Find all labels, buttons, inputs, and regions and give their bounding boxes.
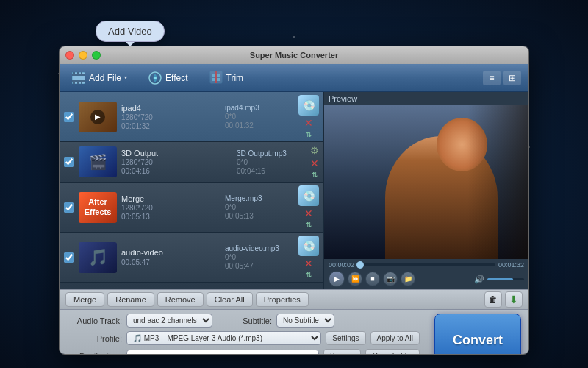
svg-rect-14 [212, 78, 215, 81]
move-icon-2[interactable]: ⇅ [312, 171, 318, 179]
file-output-4: audio-video.mp3 0*0 00:05:47 [225, 244, 291, 270]
preview-panel: Preview 00:00:02 00:01:32 [324, 92, 528, 289]
file-info-2: 3D Output 1280*720 00:04:16 [121, 149, 232, 175]
trim-label: Trim [226, 73, 244, 83]
open-folder-button[interactable]: Open Folder [365, 349, 420, 355]
profile-select[interactable]: 🎵 MP3 – MPEG Layer-3 Audio (*.mp3) [126, 331, 321, 345]
file-item-2[interactable]: 🎬 3D Output 1280*720 00:04:16 3D Output.… [60, 142, 323, 183]
subtitle-label: Subtitle: [217, 316, 272, 325]
convert-icon-1: 💿 [298, 95, 319, 116]
file-time-1: 00:01:32 [121, 122, 220, 130]
file-checkbox-4[interactable] [64, 252, 74, 263]
content-area: ▶ ipad4 1280*720 00:01:32 ipad4.mp3 0*0 … [60, 92, 528, 289]
remove-icon-2[interactable]: ✕ [310, 158, 319, 169]
destination-input[interactable] [126, 350, 319, 355]
effect-icon [148, 71, 162, 85]
svg-rect-12 [212, 74, 215, 77]
audio-track-label: Audio Track: [67, 316, 122, 325]
apply-to-all-button[interactable]: Apply to All [370, 331, 420, 345]
playback-controls: ▶ ⏩ ■ 📷 📁 🔊 [329, 271, 524, 287]
settings-icon-2[interactable]: ⚙ [310, 145, 319, 156]
file-item-4[interactable]: 🎵 audio-video 00:05:47 audio-video.mp3 0… [60, 233, 323, 283]
settings-form: Audio Track: und aac 2 channels Subtitle… [67, 314, 420, 355]
file-res-1: 1280*720 [121, 113, 220, 121]
file-checkbox-2[interactable] [64, 157, 74, 167]
film-icon [71, 71, 86, 85]
file-info-3: Merge 1280*720 00:05:13 [121, 194, 220, 221]
remove-icon-3[interactable]: ✕ [304, 208, 313, 219]
svg-point-10 [154, 77, 157, 79]
grid-view-button[interactable]: ⊞ [503, 71, 521, 85]
destination-label: Destination: [67, 352, 122, 355]
move-icon-1[interactable]: ⇅ [306, 130, 312, 138]
maximize-button[interactable] [92, 51, 101, 60]
3d-icon: 🎬 [89, 153, 107, 171]
progress-thumb [356, 261, 364, 269]
main-toolbar: Add File ▾ Effect [60, 64, 528, 92]
file-thumbnail-3: After Effects [79, 192, 117, 223]
file-thumbnail-1: ▶ [79, 102, 117, 132]
snapshot-button[interactable]: 📷 [383, 272, 398, 286]
remove-icon-4[interactable]: ✕ [304, 258, 313, 269]
clear-all-button[interactable]: Clear All [207, 292, 253, 307]
svg-rect-7 [77, 82, 79, 84]
svg-rect-15 [217, 78, 220, 81]
play-button[interactable]: ▶ [329, 271, 345, 287]
subtitle-select[interactable]: No Subtitle [276, 314, 334, 328]
preview-label: Preview [324, 92, 528, 105]
settings-main: Audio Track: und aac 2 channels Subtitle… [67, 314, 521, 355]
convert-icon-3: 💿 [298, 185, 319, 206]
settings-button[interactable]: Settings [326, 331, 365, 345]
download-icon-button[interactable]: ⬇ [505, 291, 523, 308]
progress-bar-container: 00:00:02 00:01:32 [329, 261, 524, 269]
volume-track[interactable] [487, 278, 524, 280]
audio-track-select[interactable]: und aac 2 channels [126, 314, 212, 328]
trim-icon [209, 71, 223, 85]
list-view-button[interactable]: ≡ [483, 71, 501, 85]
convert-icon-4: 💿 [298, 236, 319, 256]
dropdown-arrow-icon: ▾ [124, 74, 127, 81]
browse-button[interactable]: Browse [323, 349, 361, 355]
file-checkbox-3[interactable] [64, 202, 74, 213]
merge-button[interactable]: Merge [65, 292, 104, 307]
close-button[interactable] [65, 51, 74, 60]
step-forward-button[interactable]: ⏩ [348, 272, 362, 286]
file-thumbnail-4: 🎵 [79, 242, 117, 273]
delete-icon-button[interactable]: 🗑 [484, 291, 502, 308]
move-icon-3[interactable]: ⇅ [306, 221, 312, 229]
profile-row: Profile: 🎵 MP3 – MPEG Layer-3 Audio (*.m… [67, 331, 420, 345]
folder-button[interactable]: 📁 [401, 272, 415, 286]
add-file-button[interactable]: Add File ▾ [67, 68, 132, 88]
file-info-1: ipad4 1280*720 00:01:32 [121, 104, 220, 130]
convert-button[interactable]: Convert [434, 314, 521, 355]
preview-video-inner [324, 105, 528, 259]
play-icon: ▶ [90, 110, 105, 124]
effect-button[interactable]: Effect [143, 68, 192, 88]
stop-button[interactable]: ■ [365, 272, 380, 286]
remove-icon-1[interactable]: ✕ [304, 117, 313, 129]
volume-icon: 🔊 [474, 275, 484, 284]
destination-row: Destination: Browse Open Folder [67, 349, 420, 355]
file-checkbox-1[interactable] [64, 112, 74, 122]
window-title: Super Music Converter [250, 51, 338, 60]
bottom-toolbar: Merge Rename Remove Clear All Properties… [60, 289, 528, 310]
progress-track[interactable] [357, 263, 495, 266]
file-item[interactable]: ▶ ipad4 1280*720 00:01:32 ipad4.mp3 0*0 … [60, 92, 323, 142]
remove-button[interactable]: Remove [157, 292, 204, 307]
minimize-button[interactable] [79, 51, 87, 60]
convert-section: Convert [420, 314, 521, 355]
bottom-right-actions: 🗑 ⬇ [484, 291, 523, 308]
file-output-1: ipad4.mp3 0*0 00:01:32 [225, 104, 291, 130]
properties-button[interactable]: Properties [256, 292, 309, 307]
file-output-3: Merge.mp3 0*0 00:05:13 [225, 194, 291, 220]
trim-button[interactable]: Trim [204, 68, 248, 88]
move-icon-4[interactable]: ⇅ [306, 271, 312, 279]
file-item-3[interactable]: After Effects Merge 1280*720 00:05:13 Me… [60, 183, 323, 233]
file-output-2: 3D Output.mp3 0*0 00:04:16 [237, 149, 303, 175]
rename-button[interactable]: Rename [107, 292, 154, 307]
file-list: ▶ ipad4 1280*720 00:01:32 ipad4.mp3 0*0 … [60, 92, 324, 289]
settings-area: Audio Track: und aac 2 channels Subtitle… [60, 310, 528, 355]
main-window: Super Music Converter Add File ▾ [59, 46, 529, 355]
svg-rect-8 [81, 82, 82, 84]
svg-rect-13 [217, 74, 220, 77]
